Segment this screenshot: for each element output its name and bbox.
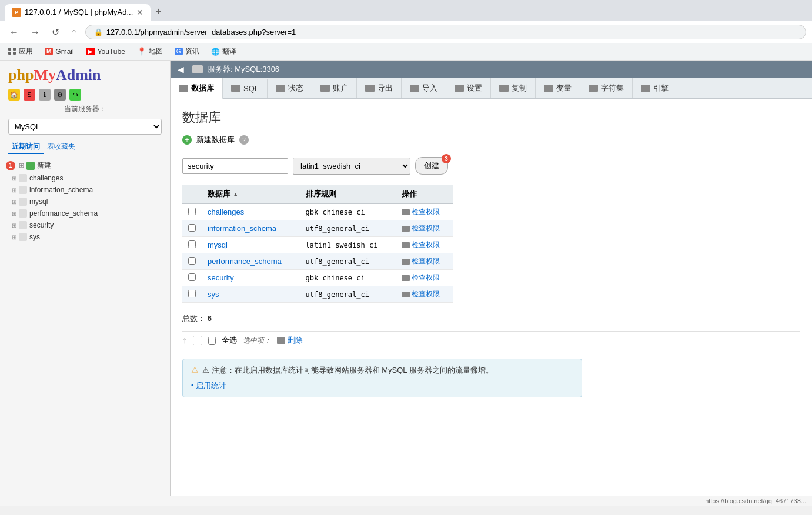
db-link-mysql[interactable]: mysql (208, 240, 228, 249)
notice-content: ⚠ 注意：在此启用数据库统计可能导致网站服务器和 MySQL 服务器之间的流量骤… (202, 365, 493, 376)
tab-engines-icon (641, 85, 650, 92)
sidebar-item-performance-schema[interactable]: ⊞ performance_schema (0, 208, 170, 219)
sidebar-settings-icon[interactable]: ⚙ (54, 89, 66, 101)
row-checkbox-info[interactable] (188, 224, 196, 232)
row-checkbox-challenges[interactable] (188, 208, 196, 215)
row-checkbox-sys[interactable] (188, 290, 196, 297)
refresh-button[interactable]: ↺ (48, 25, 63, 39)
col-checkbox (182, 185, 202, 203)
sidebar-new-db[interactable]: 1 ⊞ 新建 (0, 159, 170, 172)
tab-replication-label: 复制 (512, 83, 527, 93)
tab-charset[interactable]: 字符集 (580, 78, 633, 98)
help-icon[interactable]: ? (239, 135, 249, 145)
create-btn-badge: 3 (442, 154, 451, 163)
server-select[interactable]: MySQL (8, 119, 162, 135)
bookmark-translate-label: 翻译 (222, 46, 236, 56)
collapse-button[interactable]: ◀ (178, 65, 184, 74)
total-count-row: 总数： 6 (182, 310, 800, 327)
db-icon-perf (19, 209, 27, 218)
row-checkbox-mysql[interactable] (188, 240, 196, 248)
server-select-wrap: MySQL (0, 116, 170, 137)
perm-link-challenges[interactable]: 检查权限 (402, 207, 447, 217)
perm-link-sys[interactable]: 检查权限 (402, 289, 447, 299)
tab-sql[interactable]: SQL (223, 79, 268, 98)
tab-variables[interactable]: 变量 (536, 78, 580, 98)
select-all-checkbox[interactable] (208, 337, 216, 345)
bookmark-gmail[interactable]: M Gmail (42, 46, 76, 57)
db-link-challenges[interactable]: challenges (208, 208, 244, 216)
perm-link-security[interactable]: 检查权限 (402, 273, 447, 283)
bookmark-maps-label: 地图 (149, 46, 163, 56)
perm-link-info[interactable]: 检查权限 (402, 223, 447, 233)
perm-icon (402, 275, 410, 281)
sidebar-item-challenges[interactable]: ⊞ challenges (0, 172, 170, 184)
sidebar-item-sys[interactable]: ⊞ sys (0, 231, 170, 243)
row-checkbox-perf[interactable] (188, 257, 196, 265)
tab-favicon: P (12, 8, 21, 17)
db-link-info[interactable]: information_schema (208, 224, 276, 233)
sidebar: phpMyAdmin 🏠 S ℹ ⚙ ↪ 当前服务器： MySQL 近期访问 表… (0, 61, 171, 496)
create-db-icon: + (182, 135, 192, 145)
sidebar-item-mysql[interactable]: ⊞ mysql (0, 196, 170, 208)
perm-link-perf[interactable]: 检查权限 (402, 256, 447, 266)
col-database-header[interactable]: 数据库 ▲ (202, 185, 300, 203)
table-row: performance_schema utf8_general_ci 检查权限 (182, 253, 453, 270)
sidebar-home-icon[interactable]: 🏠 (8, 89, 20, 101)
db-link-sys[interactable]: sys (208, 290, 219, 299)
tab-settings[interactable]: 设置 (446, 78, 491, 98)
collation-select[interactable]: latin1_swedish_ci utf8_general_ci gbk_ch… (293, 158, 410, 175)
tab-databases[interactable]: 数据库 (171, 78, 223, 99)
bookmark-news[interactable]: G 资讯 (172, 45, 202, 58)
address-bar[interactable]: 🔒 (85, 25, 806, 39)
col-collation-header[interactable]: 排序规则 (300, 185, 396, 203)
delete-button[interactable]: 删除 (277, 335, 303, 346)
page-content-area: 数据库 + 新建数据库 ? latin1_swedish_ci utf8_gen… (171, 99, 812, 407)
active-tab[interactable]: P 127.0.0.1 / MySQL | phpMyAd... ✕ (5, 4, 151, 21)
new-tab-button[interactable]: + (151, 4, 166, 21)
tab-status[interactable]: 状态 (268, 78, 312, 98)
create-db-button[interactable]: 创建 3 (415, 157, 448, 175)
tab-engines[interactable]: 引擎 (633, 78, 677, 98)
sidebar-tab-favorites[interactable]: 表收藏夹 (44, 141, 79, 154)
back-button[interactable]: ← (6, 26, 22, 39)
tab-close-button[interactable]: ✕ (136, 8, 143, 17)
page-title: 数据库 (182, 109, 800, 126)
db-link-security[interactable]: security (208, 273, 234, 282)
server-header-label: 服务器: MySQL:3306 (208, 64, 279, 75)
tab-export[interactable]: 导出 (357, 78, 402, 98)
tab-replication[interactable]: 复制 (491, 78, 536, 98)
tab-settings-label: 设置 (467, 83, 482, 93)
forward-button[interactable]: → (27, 26, 44, 39)
pma-logo: phpMyAdmin (0, 61, 170, 86)
db-link-perf[interactable]: performance_schema (208, 257, 282, 266)
tab-import[interactable]: 导入 (402, 78, 446, 98)
perm-link-mysql[interactable]: 检查权限 (402, 240, 447, 250)
bookmark-apps[interactable]: 应用 (6, 45, 35, 58)
table-row: challenges gbk_chinese_ci 检查权限 (182, 203, 453, 220)
sidebar-item-information-schema[interactable]: ⊞ information_schema (0, 184, 170, 196)
home-button[interactable]: ⌂ (68, 26, 81, 39)
bookmark-youtube[interactable]: ▶ YouTube (83, 46, 128, 57)
tab-import-icon (410, 85, 419, 92)
sidebar-sql-icon[interactable]: S (24, 89, 35, 101)
status-bar: https://blog.csdn.net/qq_4671733... (0, 496, 812, 506)
perm-icon (402, 292, 410, 297)
tab-status-icon (276, 85, 285, 92)
expand-mysql-icon: ⊞ (12, 199, 16, 205)
gmail-icon: M (45, 48, 53, 55)
collation-info: utf8_general_ci (300, 220, 396, 237)
url-input[interactable] (106, 28, 797, 36)
db-name-input[interactable] (182, 158, 288, 174)
sidebar-exit-icon[interactable]: ↪ (69, 89, 81, 101)
main-content: ◀ 服务器: MySQL:3306 数据库 SQL 状态 (171, 61, 812, 496)
sidebar-item-security[interactable]: ⊞ security (0, 219, 170, 231)
bookmark-maps[interactable]: 📍 地图 (135, 45, 165, 58)
enable-stats-link[interactable]: 启用统计 (191, 381, 226, 390)
bookmark-translate[interactable]: 🌐 翻译 (209, 45, 239, 58)
sidebar-status-icon[interactable]: ℹ (39, 89, 51, 101)
create-btn-label: 创建 (424, 161, 439, 170)
sidebar-tab-recent[interactable]: 近期访问 (8, 141, 44, 154)
tab-accounts-label: 账户 (333, 83, 348, 93)
row-checkbox-security[interactable] (188, 273, 196, 281)
tab-accounts[interactable]: 账户 (312, 78, 357, 98)
